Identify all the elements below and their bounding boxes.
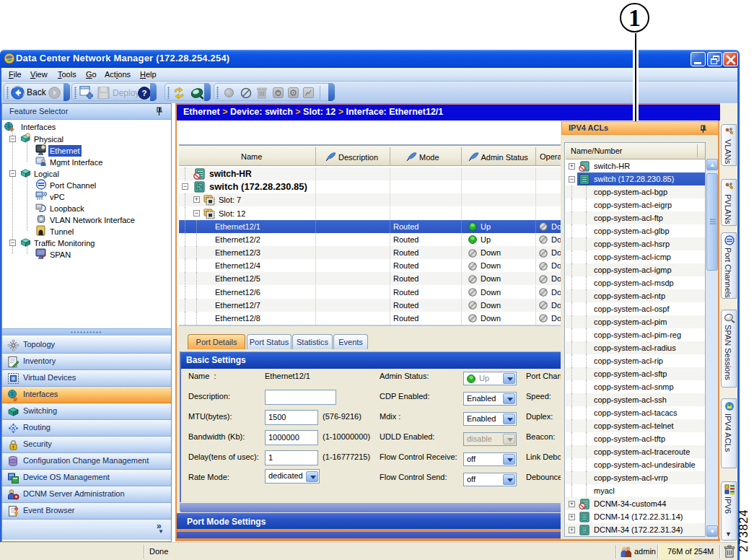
- svg-text:?: ?: [141, 89, 146, 97]
